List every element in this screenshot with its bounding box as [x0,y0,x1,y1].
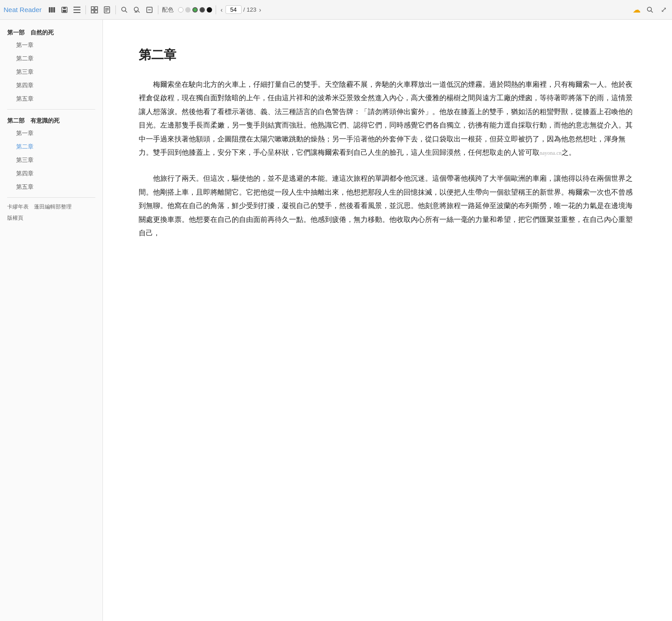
paragraph-2: 他旅行了兩天。但這次，驅使他的，並不是逃避的本能。連這次旅程的單調都令他沉迷。這… [139,172,636,240]
section-2-title: 第二部 有意識的死 [0,113,102,127]
svg-rect-10 [95,7,98,9]
sidebar-item-part2-chapter1[interactable]: 第一章 [2,127,101,140]
black-circle[interactable] [207,7,212,13]
sidebar-divider-2 [7,197,95,198]
sidebar-item-part2-chapter3[interactable]: 第三章 [2,153,101,167]
section-1-title: 第一部 自然的死 [0,25,102,38]
content-area[interactable]: 第二章 梅爾索坐在駛向北方的火車上，仔細打量自己的雙手。天空陰霾不展，奔馳的火車… [103,20,672,621]
svg-rect-12 [95,10,98,13]
right-toolbar: ☁ ⤢ [632,5,668,15]
sidebar-item-part1-chapter5[interactable]: 第五章 [2,92,101,106]
svg-point-24 [647,7,651,11]
sidebar-item-part2-chapter4[interactable]: 第四章 [2,167,101,180]
search-right-icon[interactable] [645,5,655,15]
svg-rect-11 [91,10,94,13]
divider-3 [158,5,158,14]
svg-rect-0 [49,7,51,13]
prev-page-button[interactable]: ‹ [220,6,224,13]
page-icon[interactable] [102,5,112,15]
paragraph-1: 梅爾索坐在駛向北方的火車上，仔細打量自己的雙手。天空陰霾不展，奔馳的火車釋放出一… [139,78,636,159]
page-nav: ‹ 54 / 123 › [220,5,262,14]
divider-1 [85,5,86,14]
grid-icon[interactable] [89,5,99,15]
svg-rect-8 [73,12,81,13]
save-icon[interactable] [60,5,69,15]
main-layout: 第一部 自然的死 第一章 第二章 第三章 第四章 第五章 第二部 有意識的死 第… [0,20,672,621]
svg-rect-2 [53,7,55,13]
search1-icon[interactable] [119,5,129,15]
gray-circle[interactable] [185,7,191,13]
svg-line-18 [125,11,127,13]
color-options [178,7,212,13]
search2-icon[interactable] [132,5,142,15]
sidebar-item-part1-chapter3[interactable]: 第三章 [2,65,101,79]
svg-rect-5 [63,10,66,12]
divider-2 [115,5,116,14]
svg-point-17 [122,7,126,11]
sidebar-item-part2-chapter5[interactable]: 第五章 [2,180,101,194]
green-circle[interactable] [192,7,198,13]
page-total: 123 [247,6,256,13]
divider-4 [216,5,216,14]
watermark: nayona.cn [540,150,561,156]
svg-line-25 [651,11,653,13]
sidebar-item-part1-chapter2[interactable]: 第二章 [2,52,101,65]
toolbar: Neat Reader 配色 ‹ 54 / 123 › [0,0,672,20]
svg-rect-6 [73,7,81,8]
sidebar-divider-1 [7,109,95,110]
cloud-icon[interactable]: ☁ [632,5,642,15]
chapter-title: 第二章 [139,47,636,64]
svg-rect-7 [73,9,81,10]
library-icon[interactable] [47,5,57,15]
app-name: Neat Reader [4,6,42,13]
sidebar-extra-copyright[interactable]: 版權頁 [0,213,102,224]
page-number-input[interactable]: 54 [225,5,242,14]
svg-rect-4 [63,7,66,9]
dark-circle[interactable] [200,7,205,13]
sidebar-item-part1-chapter4[interactable]: 第四章 [2,79,101,92]
svg-rect-9 [91,7,94,9]
page-separator: / [243,6,245,13]
svg-rect-1 [51,7,53,13]
color-label: 配色 [162,6,174,14]
fullscreen-icon[interactable] [145,5,154,15]
svg-point-19 [134,7,138,11]
resize-icon[interactable]: ⤢ [659,5,668,15]
next-page-button[interactable]: › [258,6,262,13]
sidebar: 第一部 自然的死 第一章 第二章 第三章 第四章 第五章 第二部 有意識的死 第… [0,20,103,621]
menu-icon[interactable] [72,5,82,15]
sidebar-item-part1-chapter1[interactable]: 第一章 [2,38,101,52]
sidebar-extra-chronology[interactable]: 卡繆年表 蓬田編輯部整理 [0,201,102,213]
sidebar-item-part2-chapter2[interactable]: 第二章 [2,140,101,153]
svg-line-20 [138,11,140,13]
white-circle[interactable] [178,7,183,13]
